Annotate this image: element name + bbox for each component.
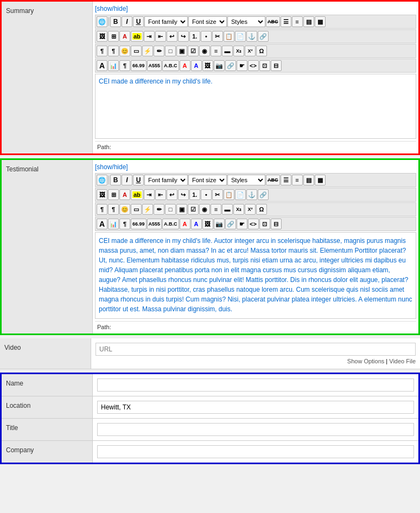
summary-btn-italic[interactable]: I bbox=[122, 16, 132, 27]
summary-btn-abc[interactable]: ABC bbox=[266, 16, 280, 27]
t-btn-s4[interactable]: 66.99 bbox=[131, 219, 147, 229]
summary-btn-t2[interactable]: ⊞ bbox=[108, 31, 119, 42]
summary-btn-ol[interactable]: 1. bbox=[189, 31, 200, 42]
summary-btn-s7[interactable]: A bbox=[180, 60, 190, 71]
summary-btn-anchor[interactable]: ⚓ bbox=[246, 31, 257, 42]
summary-content-area[interactable]: CEI made a difference in my child's life… bbox=[95, 74, 416, 139]
t-btn-t2[interactable]: ⊞ bbox=[108, 189, 119, 200]
summary-btn-sub[interactable]: X₂ bbox=[233, 46, 244, 56]
t-btn-s14[interactable]: ⊡ bbox=[259, 219, 270, 229]
t-btn-r11[interactable]: ▬ bbox=[222, 204, 233, 215]
summary-btn-s5[interactable]: A555 bbox=[147, 60, 162, 71]
t-btn-media[interactable]: ▭ bbox=[131, 204, 142, 215]
t-btn-undo[interactable]: ↩ bbox=[167, 189, 177, 200]
summary-btn-underline[interactable]: U bbox=[133, 16, 144, 27]
summary-btn-cut[interactable]: ✂ bbox=[212, 31, 223, 42]
summary-btn-s9[interactable]: 🖼 bbox=[202, 60, 213, 71]
t-btn-t1[interactable]: 🖼 bbox=[97, 189, 107, 200]
summary-btn-s10[interactable]: 📷 bbox=[214, 60, 225, 71]
summary-btn-r8[interactable]: ☑ bbox=[188, 46, 199, 56]
summary-btn-r14[interactable]: Ω bbox=[256, 46, 267, 56]
summary-btn-s1[interactable]: A bbox=[97, 60, 107, 71]
t-btn-s5[interactable]: A555 bbox=[147, 219, 162, 229]
summary-btn-indent[interactable]: ⇥ bbox=[144, 31, 155, 42]
t-btn-r8[interactable]: ☑ bbox=[188, 204, 199, 215]
summary-show-hide[interactable]: [show/hide] bbox=[95, 4, 416, 15]
t-btn-abc[interactable]: ABC bbox=[266, 175, 280, 185]
summary-btn-s13[interactable]: <> bbox=[248, 60, 259, 71]
video-url-input[interactable] bbox=[96, 343, 416, 356]
t-btn-r9[interactable]: ◉ bbox=[199, 204, 210, 215]
summary-btn-align-right[interactable]: ▤ bbox=[303, 16, 314, 27]
t-btn-cut[interactable]: ✂ bbox=[212, 189, 223, 200]
t-btn-redo[interactable]: ↪ bbox=[178, 189, 189, 200]
t-font-size-select[interactable]: Font size bbox=[188, 175, 227, 185]
t-btn-sub[interactable]: X₂ bbox=[233, 204, 244, 215]
summary-btn-link[interactable]: 🔗 bbox=[258, 31, 269, 42]
show-options-link[interactable]: Show Options bbox=[347, 358, 384, 364]
summary-btn-bg[interactable]: ab bbox=[131, 31, 143, 42]
summary-btn-align-justify[interactable]: ▦ bbox=[315, 16, 326, 27]
summary-btn-paste[interactable]: 📄 bbox=[235, 31, 246, 42]
title-input[interactable] bbox=[97, 423, 414, 436]
summary-btn-s15[interactable]: ⊟ bbox=[271, 60, 282, 71]
t-btn-align-right[interactable]: ▤ bbox=[303, 175, 314, 185]
t-btn-color[interactable]: A bbox=[119, 189, 130, 200]
summary-btn-copy[interactable]: 📋 bbox=[224, 31, 234, 42]
t-btn-underline[interactable]: U bbox=[133, 175, 144, 185]
summary-btn-sup[interactable]: X² bbox=[245, 46, 256, 56]
t-btn-r7[interactable]: ▣ bbox=[176, 204, 187, 215]
t-btn-copy[interactable]: 📋 bbox=[224, 189, 234, 200]
t-btn-bold[interactable]: B bbox=[110, 175, 121, 185]
t-btn-r14[interactable]: Ω bbox=[256, 204, 267, 215]
company-input[interactable] bbox=[97, 445, 414, 458]
t-btn-s2[interactable]: 📊 bbox=[108, 219, 119, 229]
summary-btn-ul[interactable]: • bbox=[201, 31, 212, 42]
summary-btn-r11[interactable]: ▬ bbox=[222, 46, 233, 56]
summary-btn-color[interactable]: A bbox=[119, 31, 130, 42]
t-btn-anchor[interactable]: ⚓ bbox=[246, 189, 257, 200]
summary-btn-s6[interactable]: A.B.C bbox=[162, 60, 179, 71]
summary-btn-globe[interactable]: 🌐 bbox=[97, 16, 107, 27]
summary-btn-smile[interactable]: 😊 bbox=[119, 46, 130, 56]
video-file-link[interactable]: Video File bbox=[389, 358, 416, 364]
t-btn-paste[interactable]: 📄 bbox=[235, 189, 246, 200]
summary-btn-r7[interactable]: ▣ bbox=[176, 46, 187, 56]
t-btn-pilcrow2[interactable]: ¶ bbox=[119, 219, 130, 229]
t-btn-s8[interactable]: A bbox=[191, 219, 202, 229]
summary-btn-s14[interactable]: ⊡ bbox=[259, 60, 270, 71]
t-btn-italic[interactable]: I bbox=[122, 175, 132, 185]
summary-btn-s4[interactable]: 66.99 bbox=[131, 60, 147, 71]
t-btn-s10[interactable]: 📷 bbox=[214, 219, 225, 229]
t-btn-r1[interactable]: ¶ bbox=[97, 204, 107, 215]
t-btn-s13[interactable]: <> bbox=[248, 219, 259, 229]
summary-btn-r2[interactable]: ¶ bbox=[108, 46, 119, 56]
t-btn-sup[interactable]: X² bbox=[245, 204, 256, 215]
t-btn-s6[interactable]: A.B.C bbox=[162, 219, 179, 229]
location-input[interactable] bbox=[97, 401, 414, 414]
t-btn-globe[interactable]: 🌐 bbox=[97, 175, 107, 185]
t-btn-s1[interactable]: A bbox=[97, 219, 107, 229]
t-btn-justify[interactable]: ▦ bbox=[315, 175, 326, 185]
t-btn-flash[interactable]: ⚡ bbox=[142, 204, 153, 215]
name-input[interactable] bbox=[97, 379, 414, 392]
summary-btn-pilcrow2[interactable]: ¶ bbox=[119, 60, 130, 71]
summary-font-family-select[interactable]: Font family bbox=[144, 16, 188, 27]
summary-btn-s2[interactable]: 📊 bbox=[108, 60, 119, 71]
t-btn-ul[interactable]: • bbox=[201, 189, 212, 200]
t-styles-select[interactable]: Styles bbox=[227, 175, 265, 185]
t-btn-indent[interactable]: ⇥ bbox=[144, 189, 155, 200]
summary-btn-s11[interactable]: 🔗 bbox=[225, 60, 236, 71]
summary-btn-r9[interactable]: ◉ bbox=[199, 46, 210, 56]
t-btn-link[interactable]: 🔗 bbox=[258, 189, 269, 200]
summary-btn-r6[interactable]: □ bbox=[165, 46, 176, 56]
t-btn-bg[interactable]: ab bbox=[131, 189, 143, 200]
t-btn-r2[interactable]: ¶ bbox=[108, 204, 119, 215]
t-btn-ol[interactable]: 1. bbox=[189, 189, 200, 200]
t-btn-s9[interactable]: 🖼 bbox=[202, 219, 213, 229]
summary-btn-edit[interactable]: ✏ bbox=[154, 46, 164, 56]
summary-btn-align-left[interactable]: ☰ bbox=[281, 16, 291, 27]
summary-btn-r10[interactable]: ≡ bbox=[211, 46, 221, 56]
t-btn-s15[interactable]: ⊟ bbox=[271, 219, 282, 229]
t-btn-align-left[interactable]: ☰ bbox=[281, 175, 291, 185]
